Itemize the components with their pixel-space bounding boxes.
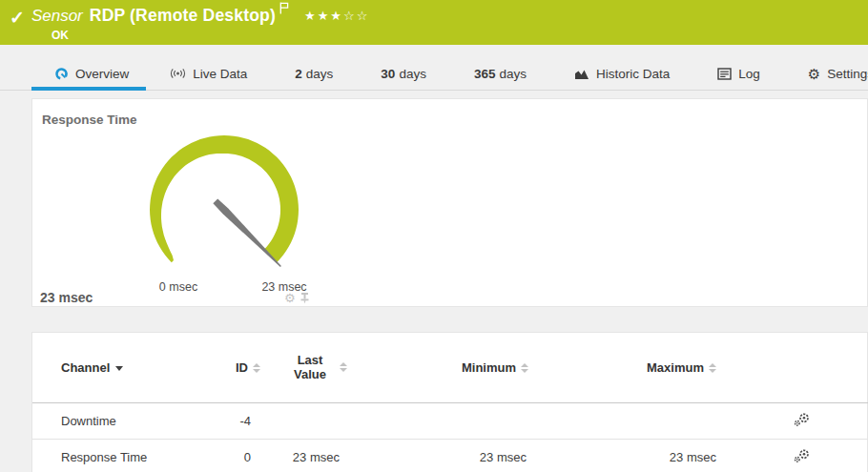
tab-settings[interactable]: ⚙ Settings xyxy=(784,57,868,90)
channel-id: -4 xyxy=(214,402,266,439)
tab-log[interactable]: Log xyxy=(693,57,784,90)
tab-label: days xyxy=(306,67,334,81)
priority-stars[interactable]: ★★★☆☆ xyxy=(304,9,369,23)
channel-maximum xyxy=(533,402,724,439)
sort-arrows-icon xyxy=(709,363,716,373)
stars-empty[interactable]: ☆☆ xyxy=(343,9,369,23)
tab-label: Settings xyxy=(827,67,868,81)
channels-panel: Channel ID Last Value Minimum Maximum xyxy=(31,332,868,472)
channel-name: Response Time xyxy=(32,439,214,472)
sort-arrows-icon xyxy=(521,363,528,373)
table-row-response-time: Response Time 0 23 msec 23 msec 23 msec xyxy=(32,439,868,472)
tab-number: 30 xyxy=(381,67,395,81)
log-list-icon xyxy=(717,68,732,80)
tab-2-days[interactable]: 2days xyxy=(271,57,357,90)
channel-last-value xyxy=(266,402,350,439)
gauge-panel-controls: ⚙ xyxy=(284,292,310,304)
status-ok-check-icon: ✓ xyxy=(10,8,25,29)
tab-30-days[interactable]: 30days xyxy=(357,57,450,90)
object-type-label: Sensor xyxy=(31,7,83,26)
tab-historic-data[interactable]: Historic Data xyxy=(550,57,693,90)
tab-label: Historic Data xyxy=(596,67,670,81)
channels-table-header-row: Channel ID Last Value Minimum Maximum xyxy=(32,333,868,402)
channel-last-value: 23 msec xyxy=(266,439,350,472)
channel-minimum: 23 msec xyxy=(350,439,533,472)
column-header-id[interactable]: ID xyxy=(214,333,266,402)
channel-name: Downtime xyxy=(32,402,214,439)
gauge-settings-gear-icon[interactable]: ⚙ xyxy=(284,292,296,304)
channels-table: Channel ID Last Value Minimum Maximum xyxy=(32,333,868,472)
tab-label: Live Data xyxy=(193,67,247,81)
sort-arrows-icon xyxy=(340,362,347,372)
historic-chart-icon xyxy=(574,67,589,80)
table-row-downtime: Downtime -4 xyxy=(32,402,868,439)
response-time-panel: Response Time 0 msec 23 msec 23 msec ⚙ xyxy=(31,98,868,307)
tab-label: Overview xyxy=(75,67,129,81)
sensor-status-badge: OK xyxy=(52,29,369,42)
prtg-sensor-page: ✓ Sensor RDP (Remote Desktop) ★★★☆☆ OK O… xyxy=(0,0,868,472)
gauge-icon xyxy=(54,67,69,81)
channel-settings-gears-icon[interactable] xyxy=(794,412,810,427)
sort-arrows-icon xyxy=(253,363,260,373)
sensor-header: ✓ Sensor RDP (Remote Desktop) ★★★☆☆ OK xyxy=(0,0,868,45)
channel-id: 0 xyxy=(214,439,266,472)
column-header-channel[interactable]: Channel xyxy=(32,333,214,402)
channel-maximum: 23 msec xyxy=(533,439,724,472)
gauge-current-value: 23 msec xyxy=(40,290,93,305)
gauge-min-label: 0 msec xyxy=(145,280,212,294)
tab-365-days[interactable]: 365days xyxy=(450,57,550,90)
tab-bar: Overview Live Data 2days 30days 365days … xyxy=(0,57,868,91)
tab-number: 2 xyxy=(295,67,302,81)
tab-label: days xyxy=(499,67,527,81)
response-time-gauge xyxy=(32,99,357,285)
gauge-ring xyxy=(150,135,299,262)
flag-icon xyxy=(279,2,289,14)
gauge-needle xyxy=(213,198,281,267)
tab-overview[interactable]: Overview xyxy=(31,57,146,90)
settings-gear-icon: ⚙ xyxy=(808,67,820,81)
stars-filled[interactable]: ★★★ xyxy=(304,9,343,23)
column-header-minimum[interactable]: Minimum xyxy=(350,333,533,402)
tab-number: 365 xyxy=(474,67,496,81)
live-signal-icon xyxy=(170,67,186,80)
column-header-maximum[interactable]: Maximum xyxy=(533,333,724,402)
tab-label: days xyxy=(399,67,426,81)
pin-icon[interactable] xyxy=(300,292,310,304)
sensor-title: RDP (Remote Desktop) xyxy=(90,6,276,26)
tab-label: Log xyxy=(738,67,760,81)
sort-desc-caret-icon xyxy=(115,366,123,371)
channel-minimum xyxy=(350,402,533,439)
column-header-last-value[interactable]: Last Value xyxy=(266,333,350,402)
channel-settings-gears-icon[interactable] xyxy=(794,448,810,463)
tab-live-data[interactable]: Live Data xyxy=(146,57,271,90)
